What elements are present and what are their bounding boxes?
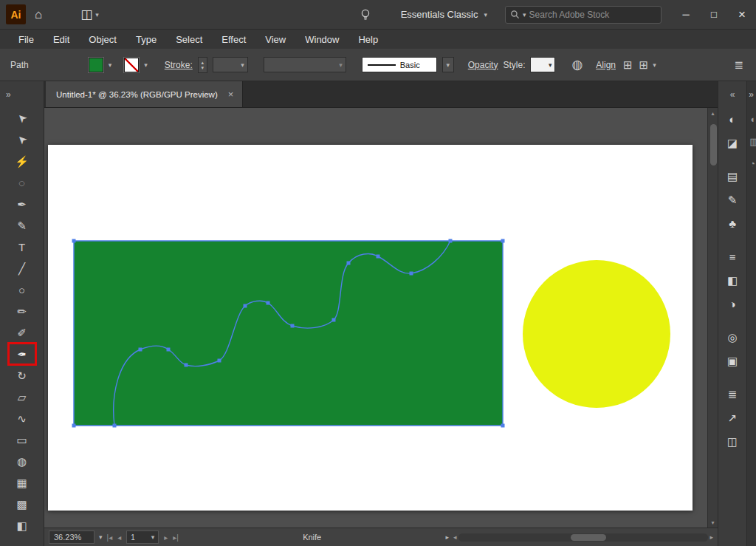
anchor-point[interactable] [244, 304, 247, 308]
transparency-panel-button[interactable]: ◑ [720, 293, 745, 315]
curvature-tool[interactable]: ✎ [9, 215, 35, 236]
stroke-caret-icon[interactable]: ▾ [144, 61, 148, 69]
type-tool[interactable]: T [9, 236, 35, 257]
vertical-scrollbar[interactable]: ▴ ▾ [707, 108, 718, 528]
vertical-scroll-track[interactable] [708, 118, 718, 517]
fill-caret-icon[interactable]: ▾ [109, 61, 112, 69]
control-panel-menu-icon[interactable]: ≣ [732, 58, 746, 72]
align-objects-icon[interactable]: ⊞ [621, 58, 635, 72]
stepper-down-icon[interactable]: ▾ [202, 65, 205, 70]
menu-edit[interactable]: Edit [44, 30, 79, 49]
appearance-panel-button[interactable]: ◎ [720, 326, 745, 348]
gradient-tool[interactable]: ◧ [9, 515, 35, 536]
arrange-documents-button[interactable]: ◫ ▾ [72, 0, 108, 30]
previous-artboard-button[interactable]: ◂ [117, 533, 121, 542]
maximize-button[interactable]: □ [700, 0, 728, 30]
layers-panel-button[interactable]: ≣ [720, 383, 745, 405]
menu-select[interactable]: Select [166, 30, 212, 49]
minimize-button[interactable]: ─ [672, 0, 700, 30]
expand-clipped-panel-icon[interactable]: » [749, 89, 754, 100]
stroke-weight-dropdown[interactable]: ▾ [213, 57, 248, 72]
paintbrush-tool[interactable]: ✏ [9, 301, 35, 321]
horizontal-scroll-thumb[interactable] [571, 534, 606, 541]
anchor-point[interactable] [72, 239, 76, 243]
pen-tool[interactable]: ✒ [9, 194, 35, 214]
zoom-level[interactable]: 36.23% [49, 530, 94, 544]
line-segment-tool[interactable]: ╱ [9, 258, 35, 279]
anchor-point[interactable] [185, 364, 188, 367]
align-panel-link[interactable]: Align [596, 60, 616, 70]
canvas[interactable]: ▴ ▾ [44, 108, 718, 528]
symbols-panel-button[interactable]: ♣ [720, 212, 745, 234]
scroll-right-icon[interactable]: ▸ [709, 533, 713, 541]
mesh-tool[interactable]: ▩ [9, 494, 35, 514]
workspace-switcher[interactable]: Essentials Classic ▾ [391, 9, 498, 20]
expand-panels-icon[interactable]: « [730, 89, 735, 100]
magic-wand-tool[interactable]: ⚡ [9, 151, 35, 171]
stock-search-input[interactable] [529, 10, 656, 20]
zoom-caret-icon[interactable]: ▾ [99, 533, 103, 541]
pencil-tool[interactable]: ✐ [9, 322, 35, 343]
anchor-point[interactable] [501, 239, 505, 243]
menu-type[interactable]: Type [126, 30, 166, 49]
shape-builder-tool[interactable]: ◍ [9, 451, 35, 471]
status-options-icon[interactable]: ▸ [445, 533, 449, 541]
stroke-color-swatch[interactable] [124, 58, 139, 72]
first-artboard-button[interactable]: |◂ [107, 533, 113, 542]
brush-definition-caret[interactable]: ▾ [442, 57, 454, 72]
scroll-down-icon[interactable]: ▾ [711, 517, 714, 528]
color-panel-button[interactable]: ◐ [720, 108, 745, 130]
opacity-link[interactable]: Opacity [468, 60, 498, 70]
vertical-scroll-thumb[interactable] [710, 124, 717, 165]
horizontal-scroll-track[interactable] [458, 533, 709, 542]
anchor-point[interactable] [377, 255, 380, 259]
anchor-point[interactable] [291, 324, 295, 328]
brushes-panel-button[interactable]: ✎ [720, 188, 745, 211]
menu-object[interactable]: Object [79, 30, 126, 49]
recolor-artwork-icon[interactable]: ◍ [569, 57, 585, 72]
lasso-tool[interactable]: ◌ [9, 172, 35, 193]
libraries-panel-button[interactable]: ▤ [720, 165, 745, 187]
menu-effect[interactable]: Effect [212, 30, 255, 49]
close-button[interactable]: × [728, 0, 756, 30]
menu-view[interactable]: View [255, 30, 295, 49]
scroll-left-icon[interactable]: ◂ [453, 533, 457, 541]
scroll-up-icon[interactable]: ▴ [711, 108, 714, 118]
anchor-point[interactable] [167, 348, 171, 352]
brush-definition-preview[interactable]: Basic [362, 57, 437, 72]
anchor-point[interactable] [347, 262, 351, 265]
menu-help[interactable]: Help [348, 30, 388, 49]
artboard-number-box[interactable]: 1 ▾ [126, 530, 159, 544]
menu-file[interactable]: File [9, 30, 44, 49]
anchor-point[interactable] [410, 272, 413, 276]
fill-color-swatch[interactable] [89, 58, 103, 72]
artboards-panel-button[interactable]: ◫ [720, 430, 745, 452]
anchor-point[interactable] [139, 348, 142, 352]
anchor-point[interactable] [267, 301, 270, 305]
export-panel-button[interactable]: ↗ [720, 406, 745, 429]
illustrator-logo[interactable]: Ai [6, 4, 26, 24]
anchor-point[interactable] [72, 424, 76, 428]
yellow-circle-shape[interactable] [523, 260, 670, 408]
stroke-panel-link[interactable]: Stroke: [165, 60, 193, 70]
last-artboard-button[interactable]: ▸| [173, 533, 179, 542]
graphic-style-dropdown[interactable]: ▾ [530, 57, 555, 72]
document-tab[interactable]: Untitled-1* @ 36.23% (RGB/GPU Preview) × [46, 81, 243, 107]
green-rectangle-shape[interactable] [74, 241, 503, 426]
eyedropper-tool[interactable]: ✒ [9, 344, 35, 364]
stroke-panel-button[interactable]: ≡ [720, 245, 745, 267]
ellipse-tool[interactable]: ○ [9, 279, 35, 300]
anchor-point[interactable] [218, 359, 221, 363]
graphic-styles-panel-button[interactable]: ▣ [720, 349, 745, 372]
menu-window[interactable]: Window [295, 30, 348, 49]
direct-selection-tool[interactable]: ➤ [9, 129, 35, 150]
free-transform-tool[interactable]: ▭ [9, 429, 35, 450]
home-button[interactable]: ⌂ [26, 0, 51, 30]
anchor-point[interactable] [332, 318, 336, 322]
anchor-point[interactable] [449, 239, 453, 243]
distribute-objects-icon[interactable]: ⊞ [637, 58, 651, 72]
next-artboard-button[interactable]: ▸ [164, 533, 168, 542]
selection-tool[interactable]: ➤ [9, 108, 35, 129]
stroke-weight-stepper[interactable]: ▴ ▾ [198, 57, 207, 73]
blob-brush-tool[interactable]: ∿ [9, 408, 35, 429]
